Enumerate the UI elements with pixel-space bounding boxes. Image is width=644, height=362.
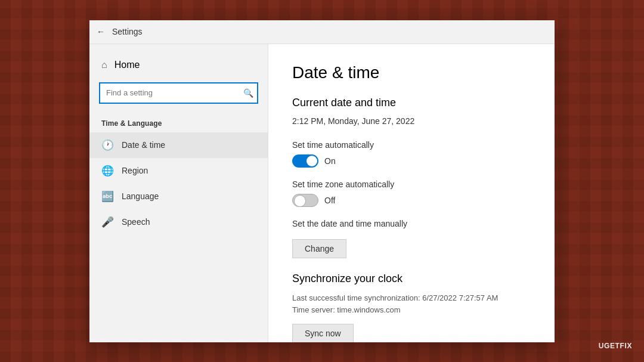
auto-timezone-toggle-row: Off xyxy=(292,194,531,207)
current-time-display: 2:12 PM, Monday, June 27, 2022 xyxy=(292,116,531,126)
titlebar-title: Settings xyxy=(112,27,143,36)
sidebar-item-label-date-time: Date & time xyxy=(122,140,165,150)
titlebar: ← Settings xyxy=(89,20,555,44)
language-icon: 🔤 xyxy=(101,190,113,203)
sidebar-section-label: Time & Language xyxy=(89,110,268,132)
auto-timezone-toggle[interactable] xyxy=(292,194,318,207)
sidebar-item-label-speech: Speech xyxy=(122,217,150,227)
auto-timezone-label: Set time zone automatically xyxy=(292,180,531,189)
manual-section: Set the date and time manually Change xyxy=(292,219,531,258)
sync-section: Synchronize your clock Last successful t… xyxy=(292,273,531,342)
search-box: 🔍 xyxy=(99,82,258,104)
sidebar-item-speech[interactable]: 🎤 Speech xyxy=(89,209,268,235)
sync-info: Last successful time synchronization: 6/… xyxy=(292,292,531,317)
sync-server-text: Time server: time.windows.com xyxy=(292,304,531,317)
sidebar-item-language[interactable]: 🔤 Language xyxy=(89,184,268,209)
watermark-text: UGETFIX xyxy=(599,342,632,350)
section-heading-current: Current date and time xyxy=(292,97,531,109)
search-input[interactable] xyxy=(99,82,258,104)
sidebar-item-label-language: Language xyxy=(122,191,159,201)
sidebar: ⌂ Home 🔍 Time & Language 🕐 Date & time 🌐… xyxy=(89,44,268,342)
sync-heading: Synchronize your clock xyxy=(292,273,531,285)
sidebar-item-date-time[interactable]: 🕐 Date & time xyxy=(89,132,268,158)
change-button[interactable]: Change xyxy=(292,239,346,258)
sync-last-text: Last successful time synchronization: 6/… xyxy=(292,292,531,305)
sync-now-button[interactable]: Sync now xyxy=(292,324,354,342)
auto-time-toggle-row: On xyxy=(292,154,531,168)
auto-time-toggle[interactable] xyxy=(292,154,318,168)
back-icon[interactable]: ← xyxy=(97,27,105,36)
sidebar-item-label-region: Region xyxy=(122,166,148,175)
main-panel: Date & time Current date and time 2:12 P… xyxy=(268,44,555,342)
sidebar-item-region[interactable]: 🌐 Region xyxy=(89,158,268,184)
auto-timezone-state: Off xyxy=(324,196,335,205)
region-icon: 🌐 xyxy=(101,165,113,177)
sidebar-home-item[interactable]: ⌂ Home xyxy=(89,54,268,76)
page-title: Date & time xyxy=(292,63,531,82)
home-icon: ⌂ xyxy=(101,60,107,70)
content-area: ⌂ Home 🔍 Time & Language 🕐 Date & time 🌐… xyxy=(89,44,555,342)
settings-window: ← Settings ⌂ Home 🔍 Time & Language 🕐 Da… xyxy=(89,20,555,342)
date-time-icon: 🕐 xyxy=(101,139,113,151)
manual-label: Set the date and time manually xyxy=(292,219,531,228)
auto-time-state: On xyxy=(324,156,336,166)
auto-time-label: Set time automatically xyxy=(292,140,531,150)
speech-icon: 🎤 xyxy=(101,216,113,228)
search-icon: 🔍 xyxy=(243,88,253,98)
home-label: Home xyxy=(114,60,140,70)
